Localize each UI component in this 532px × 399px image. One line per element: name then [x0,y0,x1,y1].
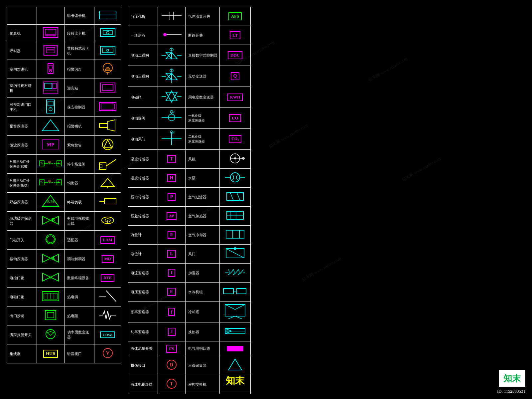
row-label: 可视对讲门口主机 [7,98,37,117]
row-label2: 停车场道闸 [65,155,94,174]
svg-marker-64 [43,216,51,224]
svg-rect-17 [49,65,52,69]
svg-point-18 [50,70,52,72]
row-label: 压差传感器 [128,207,158,226]
row-symbol2 [94,136,121,155]
table-row: 磁卡读卡机 [7,7,121,25]
row-label: 门磁开关 [7,231,37,250]
row-symbol2 [220,226,251,245]
row-symbol: T [158,150,186,169]
row-symbol [158,66,186,87]
table-row: 有线电视终端 T 程控交换机 知末 [128,375,251,394]
row-symbol: L [158,245,186,264]
row-label2: 冷却塔 [186,301,220,322]
row-label: 对射主动红外探测器(接收) [7,174,37,193]
row-symbol [37,117,65,136]
table-row: 液位计 L 风门 [128,245,251,264]
row-symbol2: V [94,344,121,363]
svg-text:Rx: Rx [58,181,61,184]
row-symbol [37,7,65,25]
svg-point-37 [102,139,113,150]
row-symbol: FS [158,341,186,356]
svg-rect-147 [223,289,233,294]
table-row: 双鉴探测器 /R/M\ 终端负载 [7,193,121,212]
row-symbol2: LT [220,26,251,45]
row-symbol2 [220,356,251,375]
table-row: 节流孔板 气体流量开关 AFS [128,7,251,26]
svg-text:V: V [106,351,109,356]
row-label2: 紧急警告 [65,136,94,155]
row-symbol: EL [37,269,65,288]
row-symbol [37,306,65,325]
row-label2: 无功变送器 [186,66,220,87]
row-symbol: I [158,264,186,283]
row-symbol: A [37,250,65,269]
svg-marker-38 [104,140,112,148]
row-label2: 电气照明回路 [186,341,220,356]
right-table-section: 节流孔板 气体流量开关 AFS 一般测点 [128,7,251,394]
row-symbol: MP [37,136,65,155]
row-symbol2 [94,288,121,306]
svg-rect-5 [100,29,115,37]
row-label2: 空气过滤器 [186,188,220,207]
row-symbol [37,98,65,117]
table-row: 温度传感器 T 风机 [128,150,251,169]
svg-marker-34 [108,120,115,131]
row-label: 脚踩报警开关 [7,325,37,344]
row-symbol2 [220,301,251,322]
row-symbol2: 知末 [220,375,251,394]
svg-point-129 [230,173,240,182]
row-symbol: J [158,322,186,341]
row-symbol [158,45,186,66]
svg-rect-141 [239,230,244,238]
svg-rect-63 [104,199,116,204]
row-label: 节流孔板 [128,7,158,26]
table-row: 传真机 段段读卡机 [7,25,121,42]
table-row: 电磁阀 周电度数变送器 KWH [128,87,251,108]
row-symbol2 [94,42,121,60]
row-label: 液体流量开关 [128,341,158,356]
row-label: 温度传感器 [128,150,158,169]
row-symbol2: DDC [220,45,251,66]
row-symbol2 [220,283,251,301]
table-row: 湿度传感器 H 水泵 [128,169,251,188]
row-label2: 断路开关 [186,26,220,45]
svg-point-88 [46,329,55,339]
row-label2: 水泵 [186,169,220,188]
row-symbol [37,288,65,306]
row-label2: 有线电视接收天线 [65,212,94,231]
table-row: 电动三通阀 无功变送器 Q [128,66,251,87]
row-label: 电动蝶阀 [128,108,158,129]
row-symbol [37,231,65,250]
row-symbol2 [94,193,121,212]
table-row: 玻璃破碎探测器 B 有线电视接收天线 [7,212,121,231]
row-label2: 风门 [186,245,220,264]
table-row: 压力传感器 P 空气过滤器 [128,188,251,207]
row-symbol: H [158,169,186,188]
row-label: 室内可视对讲机 [7,79,37,98]
row-symbol: D [158,356,186,375]
row-label: 功率变送器 [128,322,158,341]
table-row: 可视对讲门口主机 保安控制器 [7,98,121,117]
row-symbol: Tx IR Rx [37,174,65,193]
svg-rect-47 [99,163,106,169]
row-symbol2 [94,7,121,25]
svg-point-94 [163,33,167,36]
row-label: 液位计 [128,245,158,264]
svg-rect-8 [44,45,57,55]
row-label2: 语音接口 [65,344,94,363]
table-row: 脚踩报警开关 功率因数变送器 COSφ [7,325,121,344]
table-row: 压差传感器 ΔP 空气加热器 [128,207,251,226]
row-label: 出门按键 [7,306,37,325]
svg-point-144 [234,247,236,250]
row-label2: 二氧化碳浓度传感器 [186,129,220,150]
row-symbol: M [158,129,186,150]
table-row: 对射主动红外探测器(发射) Tx IR Rx 停车 [7,155,121,174]
row-label: 呼叫器 [7,42,37,60]
row-symbol: T [158,375,186,394]
svg-line-154 [235,316,242,319]
row-label2: 数据终端设备 [65,269,94,288]
svg-text:MP: MP [47,142,54,147]
row-symbol2 [220,341,251,356]
svg-marker-71 [43,254,51,262]
